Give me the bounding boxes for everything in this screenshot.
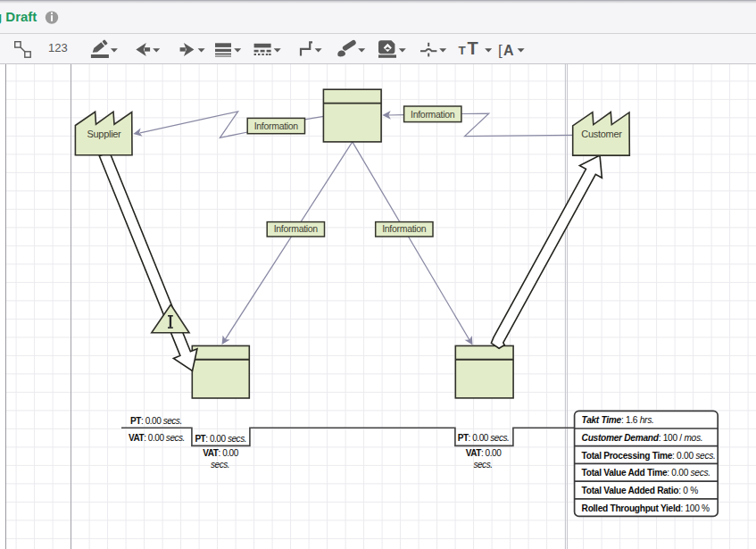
svg-text:A: A — [503, 43, 514, 58]
svg-text:secs.: secs. — [211, 460, 229, 470]
svg-text:Customer: Customer — [581, 129, 622, 139]
svg-text:Information: Information — [411, 109, 455, 120]
svg-text:T: T — [459, 44, 467, 57]
svg-text:Takt Time: 1.6 hrs.: Takt Time: 1.6 hrs. — [582, 415, 654, 425]
svg-text:T: T — [468, 38, 478, 58]
svg-text:Customer Demand: 100 / mos.: Customer Demand: 100 / mos. — [582, 433, 703, 443]
svg-text:Supplier: Supplier — [87, 129, 122, 139]
svg-text:Total Processing Time: 0.00 se: Total Processing Time: 0.00 secs. — [582, 451, 716, 461]
svg-text:Total Value Added Ratio: 0 %: Total Value Added Ratio: 0 % — [582, 486, 699, 495]
svg-text:VAT: 0.00: VAT: 0.00 — [466, 448, 502, 458]
svg-text:VAT: 0.00 secs.: VAT: 0.00 secs. — [129, 433, 185, 443]
svg-text:[: [ — [498, 42, 503, 59]
svg-text:Information: Information — [382, 223, 427, 234]
svg-text:secs.: secs. — [473, 460, 492, 470]
svg-text:VAT: 0.00: VAT: 0.00 — [203, 448, 238, 458]
svg-text:Total Value Add Time: 0.00 sec: Total Value Add Time: 0.00 secs. — [582, 468, 710, 478]
svg-text:PT: 0.00 secs.: PT: 0.00 secs. — [458, 433, 510, 443]
svg-text:PT: 0.00 secs.: PT: 0.00 secs. — [130, 416, 182, 426]
svg-text:Information: Information — [274, 223, 319, 234]
svg-text:PT: 0.00 secs.: PT: 0.00 secs. — [195, 434, 246, 444]
svg-text:Information: Information — [254, 121, 299, 131]
svg-text:Rolled Throughput Yield: 100 %: Rolled Throughput Yield: 100 % — [582, 503, 710, 513]
